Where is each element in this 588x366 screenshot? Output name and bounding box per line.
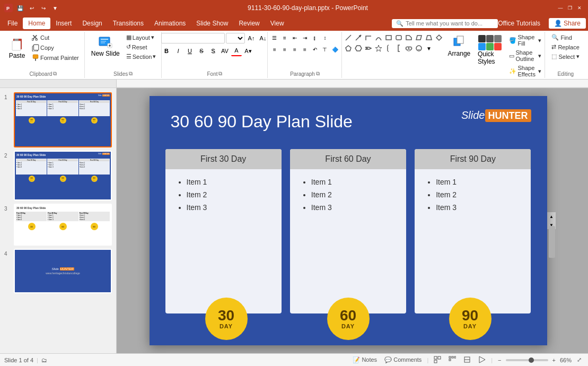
shape-bracket[interactable] bbox=[394, 43, 403, 53]
menu-view[interactable]: View bbox=[265, 18, 289, 29]
close-button[interactable]: ✕ bbox=[575, 4, 584, 12]
smartart-button[interactable]: 🔷 bbox=[330, 45, 340, 54]
copy-button[interactable]: Copy bbox=[30, 43, 81, 53]
columns-button[interactable]: ⫿ bbox=[310, 33, 320, 42]
slide-thumb-3[interactable]: 3 30 60 90 Day Plan Slide First 30 Day •… bbox=[4, 204, 112, 246]
paste-button[interactable]: Paste bbox=[5, 33, 29, 63]
line-spacing-button[interactable]: ↕ bbox=[320, 33, 330, 42]
clipboard-expand-icon[interactable]: ⧉ bbox=[53, 71, 57, 77]
decrease-indent-button[interactable]: ⇤ bbox=[290, 33, 300, 42]
slide-thumb-2[interactable]: 2 Slide HUNTER 30 60 90 Day Plan Slide F… bbox=[4, 151, 112, 201]
slide-preview-2[interactable]: Slide HUNTER 30 60 90 Day Plan Slide Fir… bbox=[14, 151, 112, 201]
shape-brace[interactable] bbox=[384, 43, 393, 53]
increase-font-button[interactable]: A↑ bbox=[246, 33, 257, 43]
text-direction-button[interactable]: ↶ bbox=[310, 45, 320, 54]
office-tutorials[interactable]: Office Tutorials bbox=[498, 20, 540, 27]
shape-pentagon[interactable] bbox=[344, 43, 353, 53]
menu-transitions[interactable]: Transitions bbox=[108, 18, 149, 29]
shape-line[interactable] bbox=[344, 33, 353, 42]
find-button[interactable]: 🔍 Find bbox=[548, 33, 583, 42]
reading-view-button[interactable] bbox=[461, 355, 473, 365]
increase-indent-button[interactable]: ⇥ bbox=[300, 33, 310, 42]
underline-button[interactable]: U bbox=[185, 46, 195, 56]
bullet-list-button[interactable]: ☰ bbox=[270, 33, 279, 42]
zoom-in-button[interactable]: + bbox=[550, 356, 558, 364]
normal-view-button[interactable] bbox=[432, 355, 443, 365]
font-expand-icon[interactable]: ⧉ bbox=[218, 71, 222, 77]
slideshow-button[interactable] bbox=[476, 355, 488, 365]
bold-button[interactable]: B bbox=[161, 46, 172, 56]
align-text-button[interactable]: ⊤ bbox=[320, 45, 330, 54]
shape-parallelogram[interactable] bbox=[414, 33, 424, 42]
shape-more[interactable]: ▼ bbox=[424, 43, 434, 53]
new-slide-button[interactable]: New Slide bbox=[88, 33, 123, 59]
slide-preview-1[interactable]: Slide HUNTER 30 60 90 Day Plan Slide Fir… bbox=[14, 92, 112, 147]
slide-preview-4[interactable]: Slide HUNTER www.heritagechristiancolleg… bbox=[14, 249, 112, 293]
align-right-button[interactable]: ≡ bbox=[290, 45, 300, 54]
decrease-font-button[interactable]: A↓ bbox=[258, 33, 268, 43]
replace-button[interactable]: ⇄ Replace bbox=[548, 42, 583, 51]
shape-fill-button[interactable]: 🪣 Shape Fill ▾ bbox=[507, 33, 543, 48]
vertical-scrollbar[interactable]: ▲ ▼ bbox=[547, 212, 556, 229]
menu-review[interactable]: Review bbox=[233, 18, 265, 29]
shape-hexagon[interactable] bbox=[354, 43, 363, 53]
slide-canvas[interactable]: 30 60 90 Day Plan Slide SlideHUNTER Firs… bbox=[150, 96, 547, 345]
zoom-out-button[interactable]: − bbox=[496, 356, 503, 364]
shape-diamond[interactable] bbox=[434, 33, 444, 42]
shape-smiley[interactable] bbox=[414, 43, 424, 53]
text-highlight-button[interactable]: A▾ bbox=[243, 46, 253, 56]
shape-rect[interactable] bbox=[384, 33, 393, 42]
slide-thumb-1[interactable]: 1 Slide HUNTER 30 60 90 Day Plan Slide F… bbox=[4, 92, 112, 147]
shape-star[interactable] bbox=[374, 43, 383, 53]
share-button[interactable]: 👤 Share bbox=[549, 18, 586, 29]
slides-expand-icon[interactable]: ⧉ bbox=[129, 71, 133, 77]
cut-button[interactable]: Cut bbox=[30, 33, 81, 42]
shape-rounded-rect[interactable] bbox=[394, 33, 403, 42]
quick-styles-button[interactable]: Quick Styles bbox=[475, 33, 505, 67]
font-family-select[interactable] bbox=[161, 33, 225, 43]
select-button[interactable]: ⬚ Select ▾ bbox=[548, 52, 583, 61]
align-left-button[interactable]: ≡ bbox=[270, 45, 279, 54]
section-button[interactable]: ☰ Section ▾ bbox=[124, 52, 159, 61]
restore-button[interactable]: ❐ bbox=[566, 4, 574, 12]
shape-effects-button[interactable]: ✨ Shape Effects ▾ bbox=[507, 64, 543, 79]
save-icon[interactable]: 💾 bbox=[16, 4, 24, 12]
zoom-slider[interactable] bbox=[506, 359, 548, 361]
shape-snip[interactable] bbox=[404, 33, 414, 42]
text-shadow-button[interactable]: S bbox=[208, 46, 218, 56]
shape-curve[interactable] bbox=[374, 33, 383, 42]
justify-button[interactable]: ≡ bbox=[300, 45, 310, 54]
search-input[interactable] bbox=[406, 20, 490, 27]
italic-button[interactable]: I bbox=[173, 46, 183, 56]
shape-arrow[interactable] bbox=[354, 33, 363, 42]
character-spacing-button[interactable]: AV bbox=[220, 46, 230, 56]
font-size-select[interactable] bbox=[226, 33, 245, 43]
shape-chevron[interactable] bbox=[364, 43, 373, 53]
slide-thumb-4[interactable]: 4 Slide HUNTER www.heritagechristiancoll… bbox=[4, 249, 112, 293]
slide-panel-scroll[interactable]: 1 Slide HUNTER 30 60 90 Day Plan Slide F… bbox=[0, 88, 116, 353]
notes-button[interactable]: 📝 Notes bbox=[350, 355, 379, 364]
slide-sorter-button[interactable] bbox=[446, 355, 458, 365]
undo-icon[interactable]: ↩ bbox=[28, 4, 36, 12]
menu-slideshow[interactable]: Slide Show bbox=[191, 18, 233, 29]
menu-file[interactable]: File bbox=[2, 18, 23, 29]
shape-bent[interactable] bbox=[364, 33, 373, 42]
scroll-up-button[interactable]: ▲ bbox=[547, 212, 556, 221]
menu-design[interactable]: Design bbox=[77, 18, 107, 29]
menu-insert[interactable]: Insert bbox=[50, 18, 77, 29]
font-color-button[interactable]: A bbox=[231, 46, 242, 56]
menu-home[interactable]: Home bbox=[23, 18, 50, 29]
strikethrough-button[interactable]: S bbox=[196, 46, 207, 56]
minimize-button[interactable]: — bbox=[556, 4, 565, 12]
reset-button[interactable]: ↺ Reset bbox=[124, 42, 159, 51]
slide-preview-3[interactable]: 30 60 90 Day Plan Slide First 30 Day • I… bbox=[14, 204, 112, 246]
scroll-thumb[interactable] bbox=[549, 226, 555, 258]
paragraph-expand-icon[interactable]: ⧉ bbox=[316, 71, 320, 77]
fit-slide-button[interactable]: ⤢ bbox=[575, 355, 584, 364]
menu-animations[interactable]: Animations bbox=[149, 18, 191, 29]
comments-button[interactable]: 💬 Comments bbox=[382, 355, 424, 364]
numbered-list-button[interactable]: ≡ bbox=[280, 33, 289, 42]
format-painter-button[interactable]: Format Painter bbox=[30, 53, 81, 63]
shape-outline-button[interactable]: ▭ Shape Outline ▾ bbox=[507, 48, 543, 63]
arrange-button[interactable]: Arrange bbox=[446, 33, 472, 59]
